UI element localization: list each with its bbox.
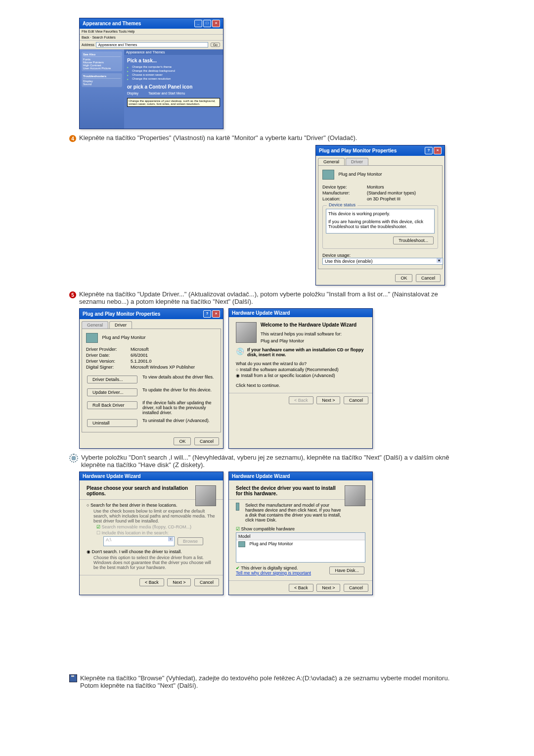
monitor-icon: [322, 170, 334, 180]
task-link[interactable]: Choose a screen saver: [127, 73, 220, 76]
address-bar[interactable]: Appearance and Themes: [96, 42, 208, 47]
signed-icon: ✔: [236, 566, 240, 570]
tab-driver[interactable]: Driver: [109, 321, 132, 329]
device-name: Plug and Play Monitor: [339, 172, 382, 177]
appearance-themes-window: Appearance and Themes _ □ × File Edit Vi…: [79, 18, 223, 129]
window-title: Appearance and Themes: [83, 21, 141, 26]
cancel-button[interactable]: Cancel: [194, 578, 219, 586]
task-link[interactable]: Change the computer's theme: [127, 65, 220, 68]
step-4: 4 Klepněte na tlačítko "Properties" (Vla…: [69, 134, 465, 142]
cancel-button[interactable]: Cancel: [344, 396, 368, 404]
window-buttons: _ □ ×: [194, 20, 220, 27]
cancel-button[interactable]: Cancel: [344, 584, 368, 592]
step-5-text: Klepněte na tlačítko "Update Driver..." …: [79, 290, 465, 305]
device-usage-select[interactable]: Use this device (enable): [322, 258, 443, 265]
tooltip: Change the appearance of your desktop, s…: [127, 98, 220, 107]
monitor-properties-driver: Plug and Play Monitor Properties ? × Gen…: [79, 308, 223, 449]
back-button: < Back: [289, 396, 313, 404]
device-status-box: This device is working properly. If you …: [326, 209, 435, 234]
browse-button: Browse: [178, 537, 203, 545]
sidebar-link[interactable]: Sound: [83, 83, 121, 86]
next-button[interactable]: Next >: [316, 396, 340, 404]
nav-toolbar[interactable]: Back · Search Folders: [80, 35, 223, 41]
hardware-wizard-select: Hardware Update Wizard Select the device…: [228, 472, 373, 595]
driver-details-button[interactable]: Driver Details...: [87, 376, 137, 383]
cd-icon: 💿: [236, 347, 244, 355]
pick-task-heading: Pick a task...: [127, 58, 220, 63]
hardware-wizard-search: Hardware Update Wizard Please choose you…: [79, 472, 223, 595]
sidebar: See Also Fonts Mouse Pointers High Contr…: [80, 49, 124, 129]
help-icon[interactable]: ?: [425, 147, 433, 154]
main-panel: Appearance and Themes Pick a task... Cha…: [124, 49, 223, 129]
next-button[interactable]: Next >: [167, 578, 191, 586]
maximize-icon[interactable]: □: [203, 20, 211, 27]
radio-dont-search[interactable]: Don't search. I will choose the driver t…: [87, 549, 216, 554]
close-icon[interactable]: ×: [434, 147, 442, 154]
wizard-icon: [195, 485, 216, 506]
dialog-title: Hardware Update Wizard: [83, 473, 141, 479]
bullet-4-icon: 4: [69, 135, 76, 142]
address-label: Address: [82, 43, 94, 47]
window-titlebar: Appearance and Themes _ □ ×: [80, 18, 223, 29]
ok-button[interactable]: OK: [395, 274, 412, 282]
check-compatible[interactable]: Show compatible hardware: [236, 526, 365, 531]
uninstall-button[interactable]: Uninstall: [87, 419, 137, 427]
window-body: See Also Fonts Mouse Pointers High Contr…: [80, 49, 223, 129]
ok-button[interactable]: OK: [174, 437, 191, 445]
step-4-text: Klepněte na tlačítko "Properties" (Vlast…: [79, 134, 465, 142]
tab-general[interactable]: General: [318, 158, 345, 165]
gear-icon: [69, 454, 78, 463]
radio-auto[interactable]: Install the software automatically (Reco…: [236, 367, 365, 372]
path-input: A:\: [103, 536, 175, 546]
dialog-title: Hardware Update Wizard: [232, 473, 290, 479]
document-page: Appearance and Themes _ □ × File Edit Vi…: [0, 0, 534, 711]
check-location: Include this location in the search:: [96, 530, 216, 535]
check-removable: Search removable media (floppy, CD-ROM..…: [96, 524, 216, 529]
tab-driver[interactable]: Driver: [346, 158, 368, 165]
cp-icon-display[interactable]: Display: [127, 92, 138, 95]
monitor-icon: [236, 503, 239, 511]
dialog-title: Hardware Update Wizard: [232, 310, 290, 316]
category-header: Appearance and Themes: [124, 49, 223, 55]
final-text: Klepněte na tlačítko "Browse" (Vyhledat)…: [80, 674, 465, 689]
back-button[interactable]: < Back: [139, 578, 164, 586]
rollback-driver-button[interactable]: Roll Back Driver: [87, 401, 137, 409]
wizard-icon: [236, 322, 257, 343]
cancel-button[interactable]: Cancel: [194, 437, 219, 445]
menu-bar[interactable]: File Edit View Favorites Tools Help: [80, 29, 223, 35]
cancel-button[interactable]: Cancel: [416, 274, 441, 282]
troubleshoot-button[interactable]: Troubleshoot...: [393, 236, 434, 244]
step-5: 5 Klepněte na tlačítko "Update Driver...…: [69, 290, 465, 305]
next-button[interactable]: Next >: [316, 584, 340, 592]
help-icon[interactable]: ?: [203, 310, 211, 318]
bullet-5-icon: 5: [69, 291, 76, 298]
wizard-icon: [345, 485, 365, 506]
task-link[interactable]: Change the screen resolution: [127, 77, 220, 80]
step-6-text: Vyberte položku "Don't search ,I will...…: [81, 454, 465, 469]
step-6: Vyberte položku "Don't search ,I will...…: [69, 454, 465, 469]
pick-icon-heading: or pick a Control Panel icon: [127, 84, 220, 90]
see-also-box: See Also Fonts Mouse Pointers High Contr…: [82, 51, 122, 71]
monitor-icon: [238, 541, 245, 547]
have-disk-button[interactable]: Have Disk...: [329, 567, 364, 574]
hardware-wizard-welcome: Hardware Update Wizard Welcome to the Ha…: [228, 308, 373, 449]
signing-link[interactable]: Tell me why driver signing is important: [236, 570, 311, 575]
floppy-icon: [69, 674, 77, 682]
back-button[interactable]: < Back: [289, 584, 313, 592]
monitor-properties-general: Plug and Play Monitor Properties ? × Gen…: [315, 145, 445, 285]
cp-icon-taskbar[interactable]: Taskbar and Start Menu: [148, 92, 185, 95]
close-icon[interactable]: ×: [212, 310, 220, 318]
minimize-icon[interactable]: _: [194, 20, 202, 27]
troubleshooters-box: Troubleshooters Display Sound: [82, 73, 122, 87]
device-usage-label: Device usage:: [322, 253, 438, 258]
monitor-icon: [86, 333, 98, 343]
close-icon[interactable]: ×: [212, 20, 220, 27]
sidebar-link[interactable]: User Account Picture: [83, 67, 121, 70]
tab-general[interactable]: General: [82, 321, 108, 329]
model-list-item[interactable]: Plug and Play Monitor: [236, 540, 365, 548]
radio-list[interactable]: Install from a list or specific location…: [236, 373, 365, 378]
dialog-title: Plug and Play Monitor Properties: [319, 148, 397, 153]
update-driver-button[interactable]: Update Driver...: [87, 388, 137, 396]
task-link[interactable]: Change the desktop background: [127, 69, 220, 72]
go-button[interactable]: Go: [211, 43, 220, 47]
